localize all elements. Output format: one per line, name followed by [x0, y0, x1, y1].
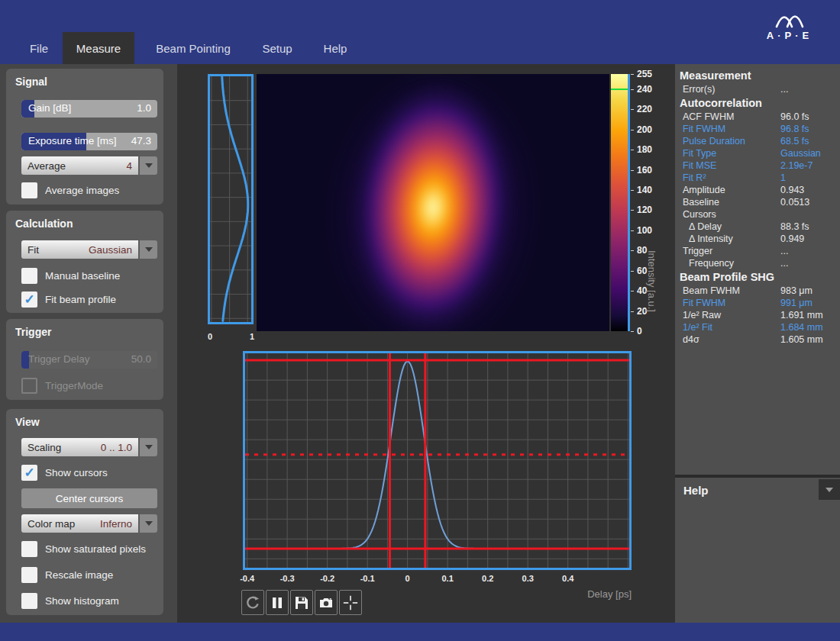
colorbar-tick-label: 0 [637, 326, 642, 337]
snapshot-button[interactable] [315, 590, 338, 615]
pause-button[interactable] [266, 590, 289, 615]
scaling-dropdown-arrow[interactable] [140, 438, 157, 456]
fit-dropdown-value: Gaussian [89, 244, 132, 256]
measurement-row: Pulse Duration68.5 fs [675, 135, 840, 147]
rescale-image-checkbox-row[interactable]: Rescale image [21, 566, 113, 583]
trigger-mode-label: TriggerMode [45, 380, 103, 391]
average-dropdown[interactable]: Average 4 [21, 156, 157, 175]
fit-dropdown-field[interactable]: Fit Gaussian [21, 240, 138, 259]
acf-plot[interactable] [243, 351, 632, 570]
tab-setup[interactable]: Setup [252, 32, 302, 64]
exposure-slider-label: Exposure time [ms] [28, 135, 117, 147]
acf-x-tick: 0.3 [522, 574, 534, 583]
measurement-section-header: Measurement [675, 68, 840, 83]
rescale-image-checkbox[interactable] [21, 567, 37, 583]
average-images-checkbox[interactable] [21, 182, 37, 198]
colorbar-tick-mark [631, 130, 634, 130]
acf-x-tick: 0 [405, 574, 410, 583]
fit-dropdown[interactable]: Fit Gaussian [21, 240, 157, 259]
scaling-dropdown[interactable]: Scaling 0 .. 1.0 [21, 438, 157, 456]
colormap-dropdown-arrow[interactable] [140, 514, 157, 533]
ape-logo-text: A·P·E [767, 30, 813, 41]
tab-measure[interactable]: Measure [63, 32, 134, 64]
tab-beam-pointing[interactable]: Beam Pointing [145, 32, 241, 64]
colorbar-tick-mark [631, 190, 634, 191]
gain-slider[interactable]: Gain [dB] 1.0 [21, 100, 157, 118]
measurement-row: Trigger... [675, 245, 840, 257]
cursor-tool-button[interactable] [339, 590, 362, 615]
exposure-slider[interactable]: Exposure time [ms] 47.3 [21, 133, 157, 150]
colormap-dropdown-field[interactable]: Color map Inferno [21, 514, 138, 533]
measurement-value: Gaussian [780, 148, 821, 159]
save-button[interactable] [290, 590, 313, 615]
measurement-value: 1.684 mm [780, 322, 823, 333]
measurement-label: Beam Profile SHG [680, 271, 774, 283]
average-images-checkbox-row[interactable]: Average images [21, 182, 119, 198]
colorbar-tick-label: 255 [637, 69, 652, 79]
profile-x-tick: 1 [250, 332, 254, 341]
measurement-label: 1/e² Raw [683, 310, 721, 320]
acf-x-tick: -0.4 [240, 574, 254, 583]
fit-beam-profile-checkbox[interactable]: ✓ [21, 292, 37, 308]
trigger-delay-slider-label: Trigger Delay [28, 353, 90, 365]
tab-help[interactable]: Help [313, 32, 357, 64]
measurement-section-header: Autocorrelation [675, 95, 840, 111]
help-section-title: Help [683, 484, 709, 497]
average-dropdown-field[interactable]: Average 4 [21, 156, 138, 175]
colormap-dropdown[interactable]: Color map Inferno [21, 514, 157, 533]
show-saturated-checkbox-row[interactable]: Show saturated pixels [21, 540, 146, 557]
show-histogram-checkbox-row[interactable]: Show histogram [21, 592, 119, 609]
beam-profile-plot[interactable] [208, 74, 254, 324]
measurement-row: Fit FWHM991 μm [675, 297, 840, 309]
measurement-value: 0.943 [780, 185, 804, 195]
measurement-label: ACF FWHM [683, 111, 734, 122]
colorbar-tick-mark [631, 89, 634, 90]
scaling-dropdown-label: Scaling [27, 442, 61, 453]
manual-baseline-checkbox[interactable] [21, 268, 37, 284]
acf-x-tick: -0.3 [280, 574, 295, 583]
acf-x-tick: 0.1 [441, 574, 453, 583]
colormap-dropdown-value: Inferno [100, 518, 132, 530]
colorbar-axis-line [628, 74, 630, 331]
title-bar: File Measure Beam Pointing Setup Help A·… [0, 0, 840, 64]
view-panel-title: View [15, 416, 40, 428]
measurement-value: 0.0513 [780, 197, 809, 208]
delay-axis-label: Delay [ps] [587, 588, 632, 600]
show-histogram-checkbox[interactable] [21, 593, 37, 609]
fit-beam-profile-label: Fit beam profile [45, 294, 116, 305]
intensity-axis-label: Intensity [a.u.] [646, 250, 657, 312]
show-saturated-checkbox[interactable] [21, 541, 37, 557]
measurement-value: 1 [780, 172, 786, 183]
rescale-image-label: Rescale image [45, 569, 113, 581]
trigger-panel-title: Trigger [15, 326, 51, 338]
center-cursors-button[interactable]: Center cursors [21, 488, 157, 508]
pause-icon [270, 596, 284, 610]
fit-dropdown-arrow[interactable] [140, 240, 157, 259]
show-cursors-checkbox[interactable]: ✓ [21, 465, 37, 481]
colorbar-tick-mark [631, 291, 634, 292]
measurement-value: 1.605 mm [780, 334, 823, 345]
tab-file[interactable]: File [17, 32, 61, 64]
average-dropdown-arrow[interactable] [140, 156, 157, 175]
show-cursors-checkbox-row[interactable]: ✓ Show cursors [21, 464, 108, 481]
intensity-colorbar [611, 74, 628, 331]
measurement-row: Amplitude0.943 [675, 184, 840, 196]
camera-icon [318, 595, 334, 610]
tab-file-label: File [30, 42, 48, 55]
measurement-label: Fit Type [683, 148, 716, 159]
measurement-list: MeasurementError(s)...AutocorrelationACF… [675, 68, 840, 346]
beam-spot [344, 76, 522, 331]
continuous-acquisition-button[interactable] [241, 590, 264, 615]
chevron-down-icon [145, 445, 153, 449]
measurement-value: ... [780, 258, 788, 269]
measurement-label: Trigger [683, 246, 712, 256]
measurement-row: Fit FWHM96.8 fs [675, 123, 840, 135]
manual-baseline-checkbox-row[interactable]: Manual baseline [21, 267, 120, 284]
help-collapse-button[interactable] [819, 479, 840, 500]
trigger-mode-checkbox [21, 378, 37, 394]
measurement-label: Fit FWHM [683, 298, 725, 308]
acf-x-tick: -0.1 [360, 574, 375, 583]
chevron-down-icon [825, 488, 833, 492]
fit-beam-profile-checkbox-row[interactable]: ✓ Fit beam profile [21, 291, 116, 308]
scaling-dropdown-field[interactable]: Scaling 0 .. 1.0 [21, 438, 138, 456]
